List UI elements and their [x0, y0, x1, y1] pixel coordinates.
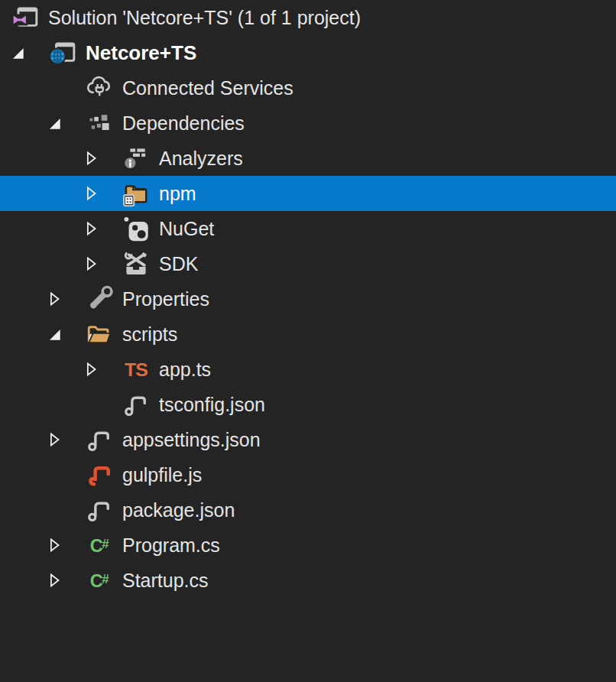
tree-item-label: tsconfig.json	[159, 387, 265, 422]
ts-file-icon: TS	[122, 355, 151, 384]
json-file-icon	[85, 425, 114, 454]
indent-spacer	[0, 404, 83, 405]
csharp-file-icon: C#	[85, 531, 114, 560]
indent-spacer	[0, 229, 83, 229]
indent-spacer	[0, 545, 46, 546]
tree-item-label: Netcore+TS	[86, 35, 196, 70]
chevron-expanded-icon[interactable]	[46, 115, 63, 132]
cloud-plug-icon	[85, 73, 114, 102]
tree-row-program-cs[interactable]: C#Program.cs	[0, 528, 616, 563]
solution-explorer-tree: Solution 'Netcore+TS' (1 of 1 project)Ne…	[0, 0, 616, 598]
indent-spacer	[0, 18, 11, 18]
dependencies-icon	[85, 109, 114, 138]
analyzers-icon	[122, 144, 151, 173]
js-file-icon	[85, 460, 114, 489]
svg-text:#: #	[102, 572, 109, 586]
chevron-expanded-icon[interactable]	[9, 44, 26, 61]
chevron-placeholder	[46, 80, 63, 96]
nuget-icon	[122, 214, 151, 243]
tree-item-label: Dependencies	[122, 106, 245, 141]
indent-spacer	[0, 475, 46, 476]
tree-item-label: NuGet	[159, 211, 214, 246]
json-file-icon	[85, 495, 114, 524]
tree-item-label: Startup.cs	[122, 563, 209, 598]
indent-spacer	[0, 193, 83, 194]
chevron-collapsed-icon[interactable]	[83, 150, 99, 167]
chevron-collapsed-icon[interactable]	[83, 361, 99, 378]
tree-item-label: Analyzers	[159, 141, 243, 176]
indent-spacer	[0, 334, 46, 335]
chevron-collapsed-icon[interactable]	[46, 572, 63, 589]
tree-item-label: Solution 'Netcore+TS' (1 of 1 project)	[48, 0, 361, 35]
indent-spacer	[0, 369, 83, 370]
indent-spacer	[0, 53, 9, 54]
indent-spacer	[0, 440, 46, 440]
indent-spacer	[0, 299, 46, 300]
svg-text:#: #	[102, 537, 109, 551]
sdk-icon	[122, 249, 151, 278]
indent-spacer	[0, 158, 83, 159]
solution-icon	[11, 3, 40, 32]
chevron-expanded-icon[interactable]	[46, 326, 63, 343]
csharp-file-icon: C#	[85, 566, 114, 595]
chevron-placeholder	[46, 502, 63, 518]
tree-item-label: Program.cs	[122, 528, 220, 563]
tree-row-app-ts[interactable]: TSapp.ts	[0, 352, 616, 387]
tree-item-label: package.json	[122, 492, 235, 528]
indent-spacer	[0, 510, 46, 511]
tree-row-project-netcore-ts[interactable]: Netcore+TS	[0, 35, 616, 70]
indent-spacer	[0, 88, 46, 89]
indent-spacer	[0, 123, 46, 124]
tree-row-dependencies[interactable]: Dependencies	[0, 106, 616, 141]
tree-row-gulpfile-js[interactable]: gulpfile.js	[0, 457, 616, 492]
tree-row-appsettings-json[interactable]: appsettings.json	[0, 422, 616, 457]
tree-item-label: Properties	[122, 281, 209, 317]
indent-spacer	[0, 264, 83, 265]
tree-row-startup-cs[interactable]: C#Startup.cs	[0, 563, 616, 598]
tree-row-package-json[interactable]: package.json	[0, 492, 616, 528]
npm-folder-icon	[122, 179, 151, 208]
tree-row-sdk[interactable]: SDK	[0, 246, 616, 281]
tree-row-tsconfig-json[interactable]: tsconfig.json	[0, 387, 616, 422]
chevron-collapsed-icon[interactable]	[46, 537, 63, 554]
tree-item-label: appsettings.json	[122, 422, 261, 457]
tree-row-npm[interactable]: npm	[0, 176, 616, 211]
tree-item-label: npm	[159, 176, 196, 211]
tree-row-scripts[interactable]: scripts	[0, 317, 616, 352]
tree-item-label: scripts	[122, 317, 177, 352]
wrench-icon	[85, 284, 114, 313]
chevron-collapsed-icon[interactable]	[46, 431, 63, 448]
chevron-collapsed-icon[interactable]	[83, 185, 99, 202]
tree-row-connected-services[interactable]: Connected Services	[0, 70, 616, 106]
tree-item-label: Connected Services	[122, 70, 293, 106]
aspnet-project-icon	[48, 38, 77, 67]
chevron-placeholder	[46, 466, 63, 483]
tree-item-label: app.ts	[159, 352, 211, 387]
tree-row-properties[interactable]: Properties	[0, 281, 616, 317]
chevron-placeholder	[83, 396, 99, 413]
indent-spacer	[0, 580, 46, 581]
chevron-collapsed-icon[interactable]	[46, 291, 63, 307]
tree-item-label: gulpfile.js	[122, 457, 202, 492]
tree-row-solution[interactable]: Solution 'Netcore+TS' (1 of 1 project)	[0, 0, 616, 35]
json-file-icon	[122, 390, 151, 419]
svg-text:TS: TS	[125, 359, 148, 380]
tree-row-analyzers[interactable]: Analyzers	[0, 141, 616, 176]
chevron-collapsed-icon[interactable]	[83, 220, 99, 237]
tree-row-nuget[interactable]: NuGet	[0, 211, 616, 246]
open-folder-icon	[85, 320, 114, 349]
tree-item-label: SDK	[159, 246, 198, 281]
chevron-collapsed-icon[interactable]	[83, 255, 99, 272]
